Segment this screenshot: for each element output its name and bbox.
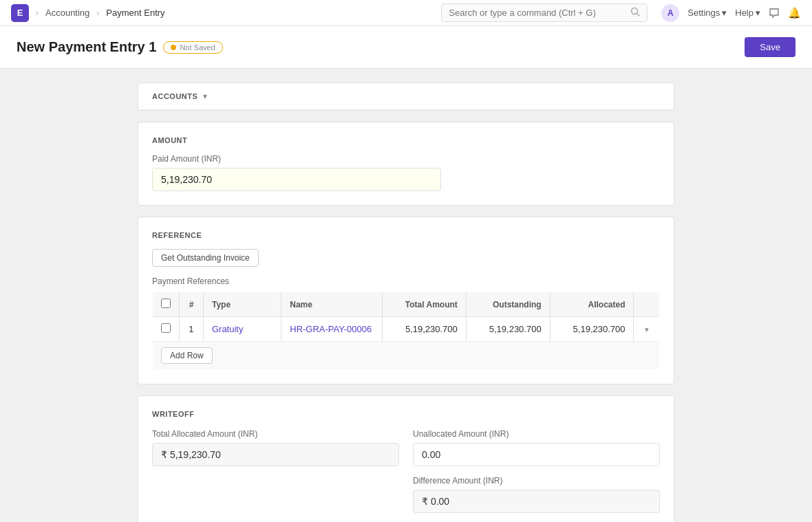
col-allocated: Allocated [550,292,634,317]
unallocated-input[interactable] [413,443,660,466]
chat-icon[interactable] [769,8,780,19]
add-row-cell: Add Row [153,342,660,370]
topnav: E › Accounting › Payment Entry A Setting… [0,0,812,26]
svg-line-1 [637,14,640,17]
paid-amount-label: Paid Amount (INR) [152,154,660,164]
nav-right: A Settings ▾ Help ▾ 🔔 [661,4,801,22]
settings-link[interactable]: Settings ▾ [687,8,727,18]
total-allocated-label: Total Allocated Amount (INR) [152,429,399,439]
col-outstanding: Outstanding [466,292,550,317]
row-outstanding: 5,19,230.700 [466,317,550,342]
difference-value: ₹ 0.00 [413,490,660,513]
accounts-section-title: ACCOUNTS [152,92,197,100]
row-total-amount: 5,19,230.700 [382,317,466,342]
unallocated-label: Unallocated Amount (INR) [413,429,660,439]
select-all-checkbox[interactable] [161,298,171,308]
amount-section: AMOUNT Paid Amount (INR) [138,122,674,206]
status-badge: Not Saved [163,41,222,54]
col-name: Name [281,292,383,317]
amount-section-body: AMOUNT Paid Amount (INR) [138,122,674,205]
col-checkbox [153,292,180,317]
writeoff-grid: Total Allocated Amount (INR) ₹ 5,19,230.… [152,429,660,513]
main-content: ACCOUNTS ▾ AMOUNT Paid Amount (INR) REFE… [0,69,812,522]
add-row-row: Add Row [153,342,660,370]
reference-section-body: REFERENCE Get Outstanding Invoice Paymen… [138,217,674,384]
writeoff-right: Unallocated Amount (INR) Difference Amou… [413,429,660,513]
breadcrumb-accounting[interactable]: Accounting [45,8,89,18]
help-link[interactable]: Help ▾ [735,8,760,18]
breadcrumb-sep-1: › [36,8,39,18]
search-bar[interactable] [441,3,648,22]
col-type: Type [203,292,281,317]
get-outstanding-invoice-button[interactable]: Get Outstanding Invoice [152,249,259,267]
amount-section-title: AMOUNT [152,136,660,144]
payment-references-label: Payment References [152,276,660,286]
save-button[interactable]: Save [745,37,795,57]
add-row-button[interactable]: Add Row [161,347,213,364]
accounts-section-header[interactable]: ACCOUNTS ▾ [138,83,674,110]
reference-section: REFERENCE Get Outstanding Invoice Paymen… [138,217,674,384]
payment-references-table: # Type Name Total Amount Outstanding All… [152,292,660,370]
row-dropdown-icon: ▾ [645,325,649,334]
accounts-section: ACCOUNTS ▾ [138,83,674,111]
row-checkbox-cell[interactable] [153,317,180,342]
reference-section-title: REFERENCE [152,231,660,239]
help-chevron-icon: ▾ [756,8,760,18]
bell-icon[interactable]: 🔔 [788,7,801,19]
col-num: # [180,292,204,317]
writeoff-left: Total Allocated Amount (INR) ₹ 5,19,230.… [152,429,399,513]
writeoff-section-body: WRITEOFF Total Allocated Amount (INR) ₹ … [138,396,674,522]
row-name[interactable]: HR-GRA-PAY-00006 [281,317,383,342]
col-actions [634,292,660,317]
row-allocated[interactable]: 5,19,230.700 [550,317,634,342]
accounts-chevron-icon: ▾ [203,91,207,101]
writeoff-section-title: WRITEOFF [152,410,660,418]
search-icon [630,7,640,19]
total-allocated-value: ₹ 5,19,230.70 [152,443,399,466]
row-checkbox[interactable] [161,323,171,333]
table-row: 1 Gratuity HR-GRA-PAY-00006 5,19,230.700… [153,317,660,342]
col-total-amount: Total Amount [382,292,466,317]
page-title-area: New Payment Entry 1 Not Saved [17,39,223,55]
avatar: A [661,4,679,22]
row-dropdown-cell[interactable]: ▾ [634,317,660,342]
status-dot [171,45,176,50]
app-icon[interactable]: E [11,4,29,22]
search-input[interactable] [449,8,628,18]
breadcrumb-payment-entry: Payment Entry [106,8,164,18]
paid-amount-input[interactable] [152,168,441,191]
breadcrumb-sep-2: › [96,8,99,18]
row-num: 1 [180,317,204,342]
page-header: New Payment Entry 1 Not Saved Save [0,26,812,69]
writeoff-section: WRITEOFF Total Allocated Amount (INR) ₹ … [138,395,674,522]
difference-label: Difference Amount (INR) [413,476,660,486]
row-type[interactable]: Gratuity [203,317,281,342]
page-title: New Payment Entry 1 [17,39,156,55]
settings-chevron-icon: ▾ [722,8,727,18]
